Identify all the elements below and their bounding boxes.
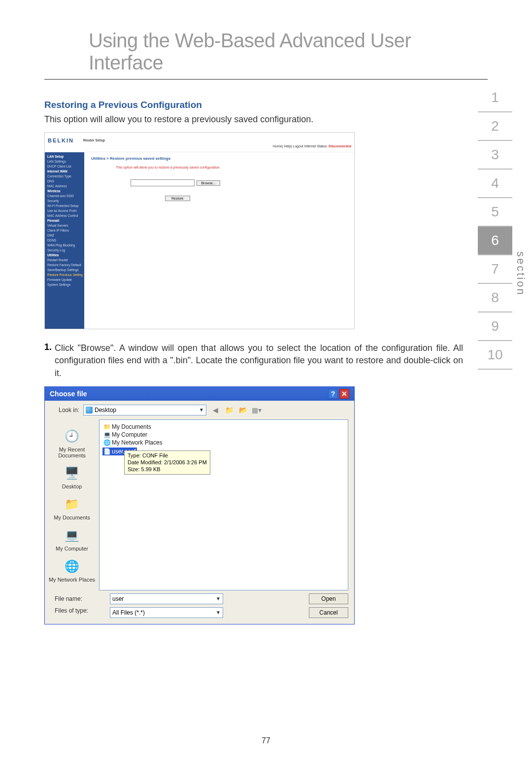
lookin-value: Desktop	[95, 407, 116, 414]
computer-icon: 💻	[63, 526, 81, 544]
dialog-title: Choose file	[50, 390, 87, 398]
sidebar-item[interactable]: DMZ	[46, 233, 83, 238]
file-dialog: Choose file ? ✕ Look in: Desktop ▼ ◀ 📁 📂…	[44, 386, 355, 624]
browse-button[interactable]: Browse...	[197, 180, 220, 186]
place-desktop[interactable]: 🖥️Desktop	[45, 461, 99, 492]
router-file-row: Browse...	[131, 178, 347, 187]
router-top-links: Home| Help| Logout Internet Status: Disc…	[273, 144, 351, 148]
step-text: Click "Browse". A window will open that …	[55, 342, 463, 380]
sidebar-item[interactable]: LAN Settings	[46, 159, 83, 164]
section-nav-5[interactable]: 5	[478, 198, 512, 227]
sidebar-item[interactable]: Security	[46, 198, 83, 203]
sidebar-item[interactable]: Save/Backup Settings	[46, 267, 83, 272]
chevron-down-icon: ▼	[199, 407, 204, 413]
router-header: BELKIN Router Setup Home| Help| Logout I…	[45, 133, 354, 152]
page-title-text: Using the Web-Based Advanced User Interf…	[89, 30, 411, 73]
file-item-name: My Network Places	[112, 439, 163, 446]
section-nav-2[interactable]: 2	[478, 112, 512, 141]
tooltip-date: Date Modified: 2/1/2006 3:26 PM	[128, 459, 207, 466]
filetype-value: All Files (*.*)	[112, 609, 145, 616]
sidebar-item[interactable]: Use as Access Point	[46, 208, 83, 213]
file-item[interactable]: 📁My Documents	[102, 423, 345, 431]
tooltip-size: Size: 5.99 KB	[128, 466, 207, 473]
router-description: This option will allow you to restore a …	[116, 166, 347, 169]
place-network[interactable]: 🌐My Network Places	[45, 554, 99, 586]
place-documents[interactable]: 📁My Documents	[45, 492, 99, 523]
file-tooltip: Type: CONF File Date Modified: 2/1/2006 …	[124, 450, 210, 475]
page-title: Using the Web-Based Advanced User Interf…	[44, 0, 488, 80]
router-file-input[interactable]	[131, 179, 195, 186]
tooltip-type: Type: CONF File	[128, 452, 207, 459]
network-icon: 🌐	[103, 439, 110, 446]
section-nav-1[interactable]: 1	[478, 84, 512, 112]
chevron-down-icon: ▼	[216, 610, 221, 615]
back-icon[interactable]: ◀	[210, 405, 220, 415]
sidebar-item[interactable]: Security Log	[46, 247, 83, 252]
sidebar-item[interactable]: DNS	[46, 178, 83, 183]
place-computer[interactable]: 💻My Computer	[45, 523, 99, 554]
file-item[interactable]: 🌐My Network Places	[102, 439, 345, 447]
sidebar-item[interactable]: Restart Router	[46, 257, 83, 262]
file-item-name: My Computer	[112, 431, 147, 438]
section-nav-3[interactable]: 3	[478, 141, 512, 170]
sidebar-item[interactable]: Connection Type	[46, 173, 83, 178]
bottom-inputs: user▼ All Files (*.*)▼	[110, 593, 304, 618]
places-bar: 🕘My Recent Documents 🖥️Desktop 📁My Docum…	[45, 419, 99, 590]
section-nav-6[interactable]: 6	[478, 227, 512, 255]
section-nav: 1 2 3 4 5 6 7 8 9 10	[478, 84, 512, 370]
sidebar-item[interactable]: DDNS	[46, 238, 83, 242]
place-label: My Documents	[54, 515, 90, 520]
router-breadcrumb: Utilities > Restore previous saved setti…	[91, 156, 347, 161]
new-folder-icon[interactable]: 📂	[238, 405, 248, 415]
up-folder-icon[interactable]: 📁	[224, 405, 234, 415]
chevron-down-icon: ▼	[216, 596, 221, 601]
sidebar-item[interactable]: MAC Address	[46, 183, 83, 188]
help-button[interactable]: ?	[328, 389, 338, 399]
sidebar-hdr-firewall: Firewall	[46, 218, 83, 223]
router-ui-screenshot: BELKIN Router Setup Home| Help| Logout I…	[44, 132, 355, 329]
internet-status: Disconnected	[329, 144, 351, 148]
restore-button[interactable]: Restore	[165, 196, 190, 201]
sidebar-item[interactable]: Client IP Filters	[46, 228, 83, 233]
views-icon[interactable]: ▦▾	[252, 405, 262, 415]
sidebar-item[interactable]: WAN Ping Blocking	[46, 242, 83, 247]
place-label: My Computer	[56, 546, 88, 552]
open-button[interactable]: Open	[309, 593, 348, 604]
section-nav-7[interactable]: 7	[478, 255, 512, 284]
documents-folder-icon: 📁	[63, 495, 81, 513]
recent-documents-icon: 🕘	[63, 427, 81, 445]
router-setup-label: Router Setup	[83, 138, 105, 142]
sidebar-item[interactable]: MAC Address Control	[46, 213, 83, 218]
step-number: 1.	[44, 342, 52, 380]
filename-input[interactable]: user▼	[110, 593, 223, 604]
section-nav-10[interactable]: 10	[478, 341, 512, 370]
cancel-button[interactable]: Cancel	[309, 607, 348, 618]
sidebar-item[interactable]: Firmware Update	[46, 277, 83, 282]
section-nav-9[interactable]: 9	[478, 312, 512, 341]
dialog-toolbar: Look in: Desktop ▼ ◀ 📁 📂 ▦▾	[45, 401, 354, 419]
place-label: My Recent Documents	[58, 447, 86, 458]
section-vertical-label: section	[514, 251, 527, 296]
filetype-dropdown[interactable]: All Files (*.*)▼	[110, 607, 223, 618]
sidebar-item-active[interactable]: Restore Previous Settings	[46, 272, 83, 277]
sidebar-hdr-lan: LAN Setup	[46, 154, 83, 159]
section-nav-4[interactable]: 4	[478, 170, 512, 198]
sidebar-item[interactable]: Restore Factory Default	[46, 262, 83, 267]
desktop-icon: 🖥️	[63, 464, 81, 482]
sidebar-item[interactable]: Wi-Fi Protected Setup	[46, 203, 83, 208]
close-button[interactable]: ✕	[339, 389, 349, 399]
sidebar-item[interactable]: Virtual Servers	[46, 223, 83, 228]
lookin-dropdown[interactable]: Desktop ▼	[83, 405, 206, 415]
file-item[interactable]: 💻My Computer	[102, 431, 345, 439]
sidebar-item[interactable]: Channel and SSID	[46, 193, 83, 198]
router-sidebar: LAN Setup LAN Settings DHCP Client List …	[45, 152, 84, 329]
file-list[interactable]: 📁My Documents 💻My Computer 🌐My Network P…	[99, 419, 348, 590]
folder-icon: 📁	[103, 423, 110, 430]
sidebar-item[interactable]: DHCP Client List	[46, 164, 83, 169]
file-item-name: My Documents	[112, 423, 151, 430]
place-recent[interactable]: 🕘My Recent Documents	[45, 424, 99, 461]
section-nav-8[interactable]: 8	[478, 284, 512, 312]
desktop-icon	[86, 407, 93, 414]
sidebar-item[interactable]: System Settings	[46, 282, 83, 287]
sidebar-hdr-wan: Internet WAN	[46, 169, 83, 173]
